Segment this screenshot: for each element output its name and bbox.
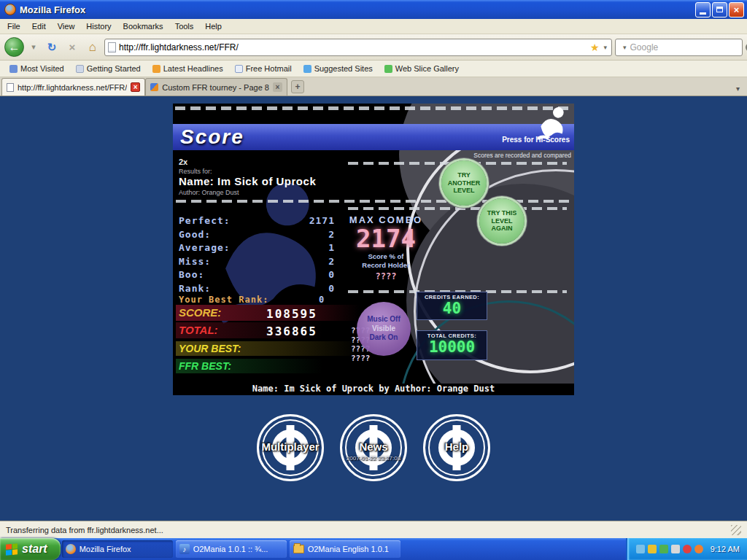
bookmark-latest-headlines[interactable]: Latest Headlines (147, 63, 228, 74)
menu-history[interactable]: History (80, 20, 117, 33)
bookmark-label: Suggested Sites (314, 64, 373, 73)
window-titlebar: Mozilla Firefox × (0, 0, 747, 19)
try-another-level-button[interactable]: TRY ANOTHER LEVEL (441, 160, 487, 206)
bookmark-star-icon[interactable]: ★ (590, 42, 600, 53)
resize-grip[interactable] (731, 525, 741, 535)
news-button[interactable]: News 2007-01-22 23:37:08 (340, 414, 407, 481)
tab-favicon (150, 83, 158, 91)
your-best-rank-label: Your Best Rank: (179, 295, 268, 305)
stat-row-average: Average:1 (179, 242, 335, 256)
song-marquee: Name: Im Sick of Uprock by Author: Orang… (173, 384, 574, 395)
news-label: News (330, 440, 417, 453)
stat-label: Average: (179, 242, 231, 256)
system-tray: 9:12 AM (626, 538, 747, 560)
bookmark-label: Latest Headlines (163, 64, 223, 73)
new-tab-button[interactable]: + (291, 80, 304, 93)
close-button[interactable]: × (729, 2, 744, 18)
stat-value: 1 (328, 242, 335, 256)
your-best-label: YOUR BEST: (179, 343, 241, 354)
song-author: Author: Orange Dust (179, 189, 239, 196)
tray-icon-3[interactable] (659, 545, 668, 553)
refresh-button[interactable]: ↻ (43, 39, 61, 56)
max-combo-block: MAX COMBO 2174 Score % of Record Holder … (338, 214, 434, 281)
taskbar-task-o2mania-folder[interactable]: O2Mania English 1.0.1 (290, 540, 400, 558)
help-label: Help (413, 440, 500, 453)
menu-bookmarks[interactable]: Bookmarks (117, 20, 169, 33)
bookmark-label: Web Slice Gallery (395, 64, 459, 73)
bookmark-suggested-sites[interactable]: Suggested Sites (298, 63, 378, 74)
url-input[interactable] (119, 42, 587, 52)
minimize-button[interactable] (695, 2, 711, 18)
search-input[interactable] (630, 42, 743, 52)
tab-label: Custom FFR tourney - Page 8 (162, 83, 269, 92)
home-button[interactable]: ⌂ (84, 39, 101, 56)
bookmark-free-hotmail[interactable]: Free Hotmail (230, 63, 297, 74)
navigation-toolbar: ← ▾ ↻ × ⌂ ★ ▾ ▾ (0, 34, 747, 61)
total-credits-box: TOTAL CREDITS: 10000 (417, 330, 487, 360)
url-dropdown-icon[interactable]: ▾ (602, 44, 608, 51)
start-label: start (22, 542, 47, 556)
restore-button[interactable] (712, 2, 727, 18)
windows-logo-icon (6, 543, 18, 556)
tab-custom-ffr-tourney[interactable]: Custom FFR tourney - Page 8 × (145, 78, 287, 96)
try-this-level-again-button[interactable]: TRY THIS LEVEL AGAIN (479, 198, 525, 244)
url-bar[interactable]: ★ ▾ (104, 39, 612, 56)
music-visibility-toggle[interactable]: Music Off Visible Dark On (357, 302, 411, 356)
tab-favicon (7, 83, 14, 92)
ffr-best-row: FFR BEST: (176, 359, 360, 373)
tray-icon-6[interactable] (694, 545, 703, 553)
status-bar: Transferring data from ffr.lightdarkness… (0, 521, 747, 538)
bookmarks-toolbar: Most Visited Getting Started Latest Head… (0, 61, 747, 77)
stop-button[interactable]: × (63, 39, 81, 56)
total-credits-value: 10000 (417, 339, 487, 356)
tray-icon-1[interactable] (636, 545, 645, 553)
toggle-line: Dark On (370, 333, 398, 343)
task-label: O2Mania 1.0.1 :: ¾... (193, 545, 268, 553)
toggle-line: Music Off (367, 315, 400, 324)
browser-content: Score Press for Hi-Scores Scores are rec… (0, 96, 747, 521)
menu-bar: File Edit View History Bookmarks Tools H… (0, 19, 747, 34)
credits-earned-value: 40 (417, 300, 487, 317)
menu-edit[interactable]: Edit (26, 20, 52, 33)
search-box[interactable]: ▾ (615, 39, 743, 56)
bookmark-most-visited[interactable]: Most Visited (4, 63, 69, 74)
menu-view[interactable]: View (52, 20, 81, 33)
ffr-flash-game[interactable]: Score Press for Hi-Scores Scores are rec… (173, 104, 574, 395)
bookmark-getting-started[interactable]: Getting Started (71, 63, 146, 74)
tray-icon-5[interactable] (683, 545, 692, 553)
multiplayer-button[interactable]: Multiplayer (257, 414, 324, 481)
tray-icon-4[interactable] (671, 545, 680, 553)
bookmark-icon (303, 65, 311, 73)
menu-help[interactable]: Help (199, 20, 228, 33)
tab-close-button[interactable]: × (131, 82, 140, 92)
forward-dropdown[interactable]: ▾ (27, 39, 40, 55)
tab-close-button[interactable]: × (273, 82, 282, 92)
taskbar: start Mozilla Firefox ♪ O2Mania 1.0.1 ::… (0, 538, 747, 560)
multiplayer-label: Multiplayer (247, 440, 334, 453)
tab-list-dropdown[interactable]: ▾ (730, 85, 746, 93)
back-button[interactable]: ← (4, 37, 24, 57)
start-button[interactable]: start (0, 538, 61, 560)
firefox-app-icon (4, 4, 16, 15)
total-label: TOTAL: (179, 324, 218, 336)
stat-row-boo: Boo:0 (179, 269, 335, 283)
dash-divider (175, 106, 572, 110)
bookmark-web-slice-gallery[interactable]: Web Slice Gallery (379, 63, 464, 74)
record-pct-label: Score % of (338, 252, 434, 261)
tab-label: http://ffr.lightdarkness.net/FFR/ (18, 83, 127, 92)
taskbar-task-firefox[interactable]: Mozilla Firefox (62, 540, 173, 558)
menu-file[interactable]: File (1, 20, 26, 33)
stat-value: 2171 (309, 215, 335, 229)
hi-scores-button[interactable]: Press for Hi-Scores (491, 136, 570, 144)
bookmark-icon (9, 65, 18, 73)
status-text: Transferring data from ffr.lightdarkness… (6, 526, 163, 534)
tab-ffr[interactable]: http://ffr.lightdarkness.net/FFR/ × (1, 78, 145, 96)
menu-tools[interactable]: Tools (169, 20, 200, 33)
help-button[interactable]: Help (423, 414, 490, 481)
window-title: Mozilla Firefox (20, 4, 85, 15)
search-engine-dropdown[interactable]: ▾ (622, 44, 628, 51)
bookmark-label: Most Visited (20, 64, 64, 73)
tray-icon-2[interactable] (648, 545, 657, 553)
score-row: SCORE: 108595 (176, 305, 360, 321)
taskbar-task-o2mania[interactable]: ♪ O2Mania 1.0.1 :: ¾... (176, 540, 287, 558)
